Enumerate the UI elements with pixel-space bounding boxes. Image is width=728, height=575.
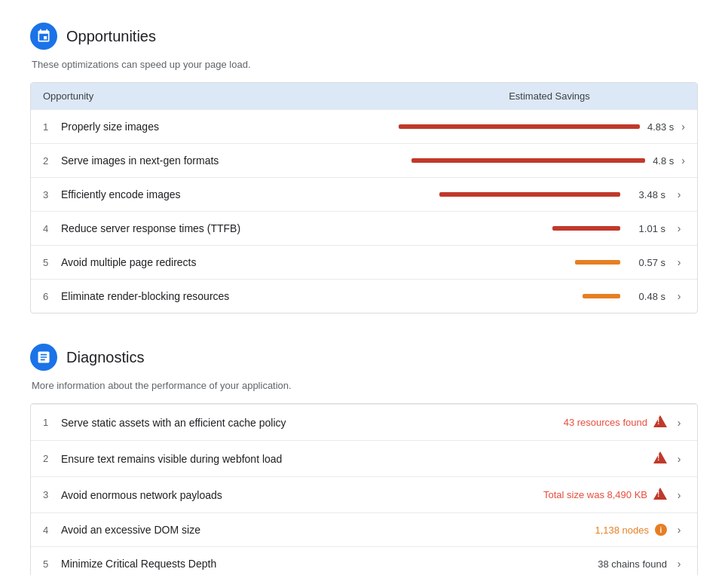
row-number: 3 [43,189,61,200]
row-label: Serve images in next-gen formats [61,154,414,167]
diag-row[interactable]: 3 Avoid enormous network payloads Total … [31,476,697,512]
warning-icon [653,451,667,466]
diagnostics-icon [30,344,57,371]
warning-triangle-icon [653,415,667,427]
diag-savings: 1,138 nodes i › [474,524,685,536]
table-header-row: Opportunity Estimated Savings [31,83,697,109]
table-row[interactable]: 4 Reduce server response times (TTFB) 1.… [31,211,697,245]
savings-bar-container [414,226,620,231]
savings-bar [399,124,640,129]
diag-value: 43 resources found [564,417,647,428]
chevron-icon: › [673,188,685,200]
row-savings: 0.57 s › [414,256,685,268]
chevron-icon: › [673,489,685,501]
row-label: Reduce server response times (TTFB) [61,222,414,234]
row-number: 2 [43,453,61,464]
opportunities-title: Opportunities [66,28,156,45]
row-savings: 4.83 s › [414,121,685,133]
diag-savings: 43 resources found › [474,415,685,430]
row-savings: 0.48 s › [414,290,685,302]
row-number: 1 [43,121,61,133]
diagnostics-description: More information about the performance o… [30,380,698,391]
diag-row[interactable]: 4 Avoid an excessive DOM size 1,138 node… [31,512,697,546]
table-row[interactable]: 2 Serve images in next-gen formats 4.8 s… [31,143,697,177]
savings-value: 1.01 s [628,223,665,234]
row-savings: 4.8 s › [414,154,685,167]
savings-value: 4.83 s [647,121,674,133]
diag-right: 1,138 nodes i › [474,524,685,536]
row-number: 2 [43,155,61,167]
table-row[interactable]: 3 Efficiently encode images 3.48 s › [31,177,697,211]
diag-savings: › [474,451,685,466]
diag-right: Total size was 8,490 KB › [474,488,685,502]
savings-value: 0.48 s [628,291,665,302]
chevron-icon: › [673,558,685,570]
savings-bar [575,260,620,265]
savings-bar [583,294,620,298]
diag-value: 1,138 nodes [595,525,649,536]
opportunities-table: Opportunity Estimated Savings 1 Properly… [30,82,698,313]
row-label: Avoid multiple page redirects [61,256,414,268]
row-number: 5 [43,257,61,268]
row-savings: 3.48 s › [414,188,685,200]
savings-bar [411,158,645,163]
diag-row[interactable]: 5 Minimize Critical Requests Depth 38 ch… [31,546,697,575]
savings-value: 4.8 s [653,155,674,167]
savings-bar-container [414,192,620,197]
diag-value: 38 chains found [598,558,667,570]
row-label: Avoid an excessive DOM size [61,524,474,536]
warning-icon [653,415,667,430]
row-label: Serve static assets with an efficient ca… [61,417,474,429]
row-number: 6 [43,291,61,302]
info-icon: i [655,524,667,536]
warning-triangle-icon [653,451,667,463]
chevron-icon: › [681,121,685,133]
chevron-icon: › [673,417,685,429]
row-number: 4 [43,525,61,536]
chevron-icon: › [673,524,685,536]
row-label: Ensure text remains visible during webfo… [61,453,474,465]
diag-savings: Total size was 8,490 KB › [474,488,685,502]
savings-bar-container [399,124,640,129]
opportunities-header: Opportunities [30,23,698,50]
diag-row[interactable]: 2 Ensure text remains visible during web… [31,440,697,476]
chevron-icon: › [673,290,685,302]
opportunities-description: These optimizations can speed up your pa… [30,59,698,70]
row-number: 5 [43,558,61,570]
warning-triangle-icon [653,488,667,500]
row-savings: 1.01 s › [414,222,685,234]
table-row[interactable]: 6 Eliminate render-blocking resources 0.… [31,279,697,313]
row-number: 4 [43,223,61,234]
row-label: Minimize Critical Requests Depth [61,558,474,570]
chevron-icon: › [681,154,685,167]
col-header-savings: Estimated Savings [414,90,685,102]
savings-bar [552,226,620,231]
diagnostics-table: 1 Serve static assets with an efficient … [30,403,698,575]
chevron-icon: › [673,453,685,465]
chevron-icon: › [673,256,685,268]
chevron-icon: › [673,222,685,234]
savings-bar [439,192,620,197]
row-label: Avoid enormous network payloads [61,489,474,501]
savings-bar-container [414,294,620,298]
row-number: 3 [43,489,61,500]
table-row[interactable]: 1 Properly size images 4.83 s › [31,109,697,143]
diag-right: › [474,451,685,466]
savings-bar-container [411,158,645,163]
diag-value: Total size was 8,490 KB [543,489,647,500]
row-label: Efficiently encode images [61,188,414,200]
col-header-opportunity: Opportunity [43,90,414,102]
savings-value: 3.48 s [628,189,665,200]
warning-icon [653,488,667,502]
diag-row[interactable]: 1 Serve static assets with an efficient … [31,404,697,440]
diag-savings: 38 chains found › [474,558,685,570]
diag-right: 38 chains found › [474,558,685,570]
opportunities-icon [30,23,57,50]
row-label: Eliminate render-blocking resources [61,290,414,302]
diagnostics-header: Diagnostics [30,344,698,371]
table-row[interactable]: 5 Avoid multiple page redirects 0.57 s › [31,245,697,279]
savings-bar-container [414,260,620,265]
row-label: Properly size images [61,121,414,133]
row-number: 1 [43,417,61,428]
diag-right: 43 resources found › [474,415,685,430]
